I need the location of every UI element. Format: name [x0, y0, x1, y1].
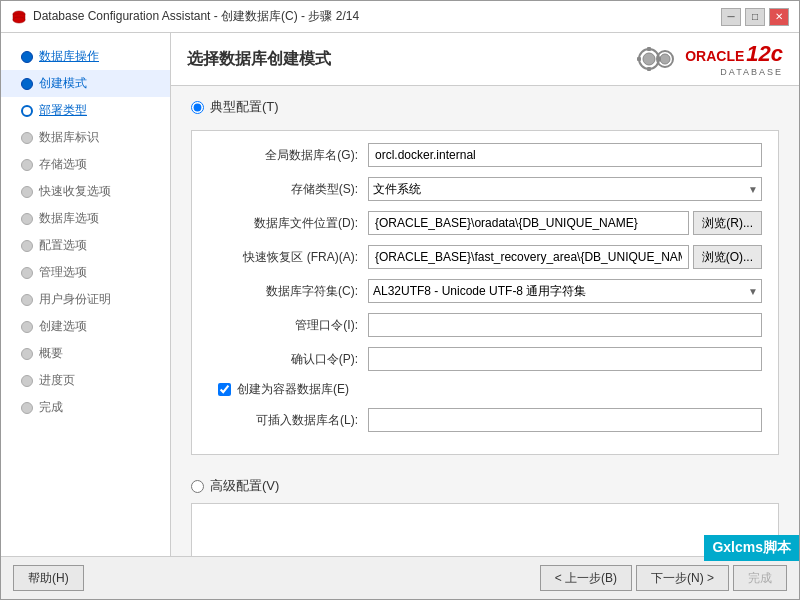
sidebar-dot-create-mode	[21, 78, 33, 90]
oracle-logo: ORACLE 12c DATABASE	[633, 41, 783, 77]
page-title: 选择数据库创建模式	[187, 49, 331, 70]
svg-rect-7	[637, 57, 641, 61]
pluggable-db-label: 可插入数据库名(L):	[208, 412, 368, 429]
sidebar-item-deploy-type[interactable]: 部署类型	[1, 97, 170, 124]
sidebar-item-db-operation[interactable]: 数据库操作	[1, 43, 170, 70]
sidebar-item-user-credentials: 用户身份证明	[1, 286, 170, 313]
sidebar-dot-management	[21, 267, 33, 279]
pluggable-db-row: 可插入数据库名(L):	[208, 408, 762, 432]
sidebar-dot-db-options	[21, 213, 33, 225]
bottom-bar: 帮助(H) < 上一步(B) 下一步(N) > 完成	[1, 556, 799, 599]
browse-o-button[interactable]: 浏览(O)...	[693, 245, 762, 269]
advanced-config-section: 高级配置(V)	[191, 469, 779, 503]
admin-password-input[interactable]	[368, 313, 762, 337]
global-db-name-row: 全局数据库名(G):	[208, 143, 762, 167]
main-area: 选择数据库创建模式	[171, 33, 799, 556]
storage-type-row: 存储类型(S): 文件系统 ▼	[208, 177, 762, 201]
sidebar: 数据库操作 创建模式 部署类型 数据库标识 存储选项	[1, 33, 171, 556]
db-file-location-label: 数据库文件位置(D):	[208, 215, 368, 232]
sidebar-item-create-mode[interactable]: 创建模式	[1, 70, 170, 97]
sidebar-item-db-identifier: 数据库标识	[1, 124, 170, 151]
storage-type-select-wrapper: 文件系统 ▼	[368, 177, 762, 201]
svg-rect-10	[647, 67, 651, 71]
admin-password-row: 管理口令(I):	[208, 313, 762, 337]
svg-rect-9	[647, 47, 651, 51]
help-button[interactable]: 帮助(H)	[13, 565, 84, 591]
sidebar-dot-storage-options	[21, 159, 33, 171]
sidebar-item-fast-recovery: 快速收复选项	[1, 178, 170, 205]
admin-password-label: 管理口令(I):	[208, 317, 368, 334]
title-bar-controls: ─ □ ✕	[721, 8, 789, 26]
oracle-version: 12c	[746, 41, 783, 67]
sidebar-dot-db-identifier	[21, 132, 33, 144]
db-file-location-input[interactable]	[368, 211, 689, 235]
storage-type-select[interactable]: 文件系统	[368, 177, 762, 201]
sidebar-dot-summary	[21, 348, 33, 360]
browse-r-button[interactable]: 浏览(R)...	[693, 211, 762, 235]
advanced-config-label[interactable]: 高级配置(V)	[191, 469, 779, 503]
close-button[interactable]: ✕	[769, 8, 789, 26]
charset-label: 数据库字符集(C):	[208, 283, 368, 300]
sidebar-dot-config-options	[21, 240, 33, 252]
oracle-logo-text: ORACLE 12c DATABASE	[633, 41, 783, 77]
container-db-row: 创建为容器数据库(E)	[208, 381, 762, 398]
confirm-password-label: 确认口令(P):	[208, 351, 368, 368]
app-icon	[11, 9, 27, 25]
fast-recovery-label: 快速恢复区 (FRA)(A):	[208, 249, 368, 266]
fast-recovery-input[interactable]	[368, 245, 689, 269]
sidebar-dot-progress	[21, 375, 33, 387]
oracle-gear-icon	[633, 41, 681, 77]
typical-config-radio-group: 典型配置(T)	[191, 98, 779, 116]
sidebar-item-complete: 完成	[1, 394, 170, 421]
sidebar-item-progress: 进度页	[1, 367, 170, 394]
form-area: 典型配置(T) 全局数据库名(G): 存储类型(S):	[171, 86, 799, 556]
charset-select-wrapper: AL32UTF8 - Unicode UTF-8 通用字符集 ▼	[368, 279, 762, 303]
pluggable-db-input[interactable]	[368, 408, 762, 432]
storage-type-label: 存储类型(S):	[208, 181, 368, 198]
db-file-location-row: 数据库文件位置(D): 浏览(R)...	[208, 211, 762, 235]
global-db-name-label: 全局数据库名(G):	[208, 147, 368, 164]
sidebar-item-storage-options: 存储选项	[1, 151, 170, 178]
svg-rect-8	[657, 57, 661, 61]
main-window: Database Configuration Assistant - 创建数据库…	[0, 0, 800, 600]
sidebar-item-create-options: 创建选项	[1, 313, 170, 340]
advanced-config-radio[interactable]	[191, 480, 204, 493]
window-title: Database Configuration Assistant - 创建数据库…	[33, 8, 359, 25]
oracle-text: ORACLE	[685, 48, 744, 64]
global-db-name-input[interactable]	[368, 143, 762, 167]
prev-button[interactable]: < 上一步(B)	[540, 565, 632, 591]
main-header: 选择数据库创建模式	[171, 33, 799, 86]
form-grid: 全局数据库名(G): 存储类型(S): 文件系统 ▼	[191, 130, 779, 455]
minimize-button[interactable]: ─	[721, 8, 741, 26]
title-bar-left: Database Configuration Assistant - 创建数据库…	[11, 8, 359, 25]
sidebar-dot-deploy-type	[21, 105, 33, 117]
content-area: 数据库操作 创建模式 部署类型 数据库标识 存储选项	[1, 33, 799, 556]
svg-point-4	[643, 53, 655, 65]
confirm-password-row: 确认口令(P):	[208, 347, 762, 371]
confirm-password-input[interactable]	[368, 347, 762, 371]
sidebar-item-management: 管理选项	[1, 259, 170, 286]
sidebar-item-config-options: 配置选项	[1, 232, 170, 259]
maximize-button[interactable]: □	[745, 8, 765, 26]
finish-button[interactable]: 完成	[733, 565, 787, 591]
description-area	[191, 503, 779, 556]
sidebar-dot-user-credentials	[21, 294, 33, 306]
container-db-label[interactable]: 创建为容器数据库(E)	[237, 381, 349, 398]
svg-point-6	[660, 54, 670, 64]
title-bar: Database Configuration Assistant - 创建数据库…	[1, 1, 799, 33]
next-button[interactable]: 下一步(N) >	[636, 565, 729, 591]
sidebar-item-summary: 概要	[1, 340, 170, 367]
svg-point-2	[13, 17, 25, 23]
sidebar-dot-create-options	[21, 321, 33, 333]
oracle-database-text: DATABASE	[685, 67, 783, 77]
typical-config-radio[interactable]	[191, 101, 204, 114]
sidebar-item-db-options: 数据库选项	[1, 205, 170, 232]
charset-select[interactable]: AL32UTF8 - Unicode UTF-8 通用字符集	[368, 279, 762, 303]
navigation-buttons: < 上一步(B) 下一步(N) > 完成	[540, 565, 787, 591]
sidebar-dot-complete	[21, 402, 33, 414]
content-wrapper: 数据库操作 创建模式 部署类型 数据库标识 存储选项	[1, 33, 799, 599]
typical-config-label[interactable]: 典型配置(T)	[191, 98, 779, 116]
charset-row: 数据库字符集(C): AL32UTF8 - Unicode UTF-8 通用字符…	[208, 279, 762, 303]
sidebar-dot-fast-recovery	[21, 186, 33, 198]
container-db-checkbox[interactable]	[218, 383, 231, 396]
